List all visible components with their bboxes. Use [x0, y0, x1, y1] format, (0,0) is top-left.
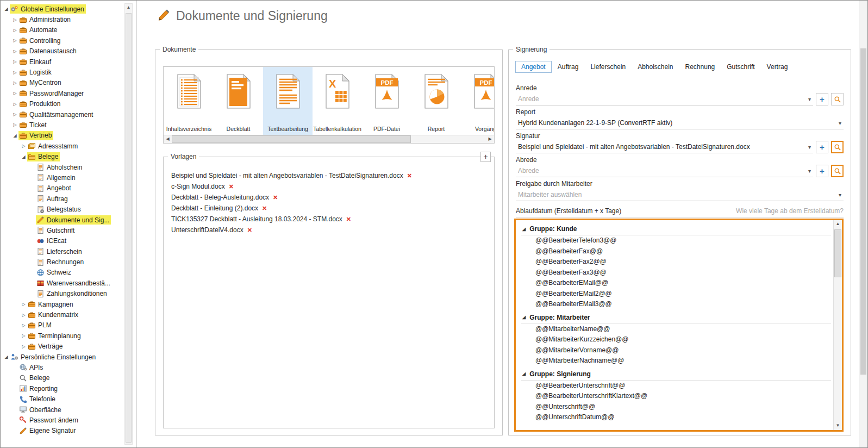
delete-file-icon[interactable]: ✕: [229, 183, 234, 190]
template-file-row[interactable]: c-Sign Modul.docx✕: [171, 181, 489, 192]
variable-item[interactable]: @@BearbeiterFax2@@: [521, 257, 831, 267]
expand-arrow-icon[interactable]: ▷: [20, 344, 27, 349]
expand-arrow-icon[interactable]: ▷: [11, 80, 18, 85]
expand-arrow-icon[interactable]: ▷: [11, 91, 18, 96]
tree-item-plm[interactable]: ▷PLM: [1, 320, 122, 331]
variable-item[interactable]: @@BearbeiterEMail3@@: [521, 299, 831, 310]
abrede-search-button[interactable]: [831, 165, 844, 177]
tree-item-zahlungskonditionen[interactable]: Zahlungskonditionen: [1, 289, 122, 299]
anrede-combobox[interactable]: Anrede▾: [516, 93, 813, 105]
tree-item-passwordmanager[interactable]: ▷PasswordManager: [1, 88, 122, 98]
tree-item-dokumente-und-sig[interactable]: Dokumente und Sig...: [1, 215, 122, 225]
delete-file-icon[interactable]: ✕: [262, 205, 267, 212]
tree-item-persoenliche-einstellungen[interactable]: ◢Persönliche Einstellungen: [1, 352, 122, 362]
scrollbar-thumb[interactable]: [172, 135, 411, 143]
expand-arrow-icon[interactable]: ▷: [11, 112, 18, 117]
scroll-right-icon[interactable]: ▶: [486, 135, 494, 143]
tree-item-globale-einstellungen[interactable]: ◢Globale Einstellungen: [1, 4, 122, 14]
tab-vertrag[interactable]: Vertrag: [761, 61, 794, 73]
tree-item-warenversandbestae[interactable]: Warenversandbestä...: [1, 278, 122, 288]
variable-item[interactable]: @@BearbeiterUnterschriftKlartext@@: [521, 391, 831, 402]
expand-arrow-icon[interactable]: ▷: [11, 70, 18, 75]
variable-item[interactable]: @@MitarbeiterNachname@@: [521, 356, 831, 366]
variable-item[interactable]: @@MitarbeiterName@@: [521, 324, 831, 335]
freigabe-durch-mitarbeiter-combobox[interactable]: Mitarbeiter auswählen▾: [516, 189, 844, 201]
tab-lieferschein[interactable]: Lieferschein: [584, 61, 632, 73]
delete-file-icon[interactable]: ✕: [346, 216, 351, 223]
tree-item-automate[interactable]: ▷Automate: [1, 25, 122, 35]
add-template-button[interactable]: +: [480, 152, 491, 162]
signatur-combobox[interactable]: Beispiel und Spieldatei - mit alten Ange…: [516, 141, 813, 153]
variables-scrollbar[interactable]: ▲ ▼: [833, 220, 842, 430]
tree-item-vertrieb[interactable]: ◢Vertrieb: [1, 130, 122, 141]
doc-type-pdf-datei[interactable]: PDFPDF-Datei: [362, 67, 411, 135]
expand-arrow-icon[interactable]: ▷: [20, 333, 27, 338]
tree-item-icecat[interactable]: ICEcat: [1, 236, 122, 246]
abrede-add-button[interactable]: +: [816, 165, 828, 177]
tree-item-lieferschein[interactable]: Lieferschein: [1, 246, 122, 257]
tree-item-rechnungen[interactable]: Rechnungen: [1, 257, 122, 267]
ablaufdatum-erstelldatum-x-tage-input[interactable]: Wie viele Tage ab dem Erstelldatum?: [736, 207, 844, 215]
collapse-arrow-icon[interactable]: ◢: [11, 133, 18, 138]
abrede-combobox[interactable]: Abrede▾: [516, 165, 813, 177]
template-file-row[interactable]: TICK135327 Deckblatt - Ausleitung 18.03.…: [171, 214, 489, 225]
delete-file-icon[interactable]: ✕: [407, 172, 412, 179]
tree-item-gutschrift[interactable]: Gutschrift: [1, 225, 122, 235]
variable-group-header[interactable]: ◢Gruppe: Signierung: [521, 366, 831, 381]
scroll-left-icon[interactable]: ◀: [164, 135, 172, 143]
tree-item-logistik[interactable]: ▷Logistik: [1, 67, 122, 77]
tree-item-auftrag[interactable]: Auftrag: [1, 194, 122, 204]
window-scrollbar[interactable]: [859, 1, 867, 447]
tree-item-controlling[interactable]: ▷Controlling: [1, 35, 122, 46]
tree-item-kundenmatrix[interactable]: ▷Kundenmatrix: [1, 309, 122, 320]
tree-item-belege[interactable]: ◢Belege: [1, 151, 122, 161]
tab-angebot[interactable]: Angebot: [515, 61, 552, 73]
sidebar-scrollbar[interactable]: ▲: [124, 3, 133, 445]
tree-item-schweiz[interactable]: Schweiz: [1, 267, 122, 278]
report-combobox[interactable]: Hybrid Kundenanlagen 22-1-9-SP (ConvertR…: [516, 117, 844, 129]
collapse-arrow-icon[interactable]: ◢: [522, 315, 526, 320]
anrede-add-button[interactable]: +: [816, 93, 828, 105]
tree-item-eigene-signatur[interactable]: Eigene Signatur: [1, 426, 122, 436]
template-file-row[interactable]: Deckblatt - Beleg-Ausleitung.docx✕: [171, 192, 489, 203]
tree-item-belege[interactable]: Belege: [1, 373, 122, 383]
expand-arrow-icon[interactable]: ▷: [20, 144, 27, 148]
collapse-arrow-icon[interactable]: ◢: [20, 154, 27, 159]
variable-item[interactable]: @@UnterschriftDatum@@: [521, 412, 831, 423]
tree-item-terminplanung[interactable]: ▷Terminplanung: [1, 331, 122, 341]
expand-arrow-icon[interactable]: ▷: [20, 323, 27, 328]
tree-item-oberflaeche[interactable]: Oberfläche: [1, 405, 122, 415]
tree-item-reporting[interactable]: Reporting: [1, 383, 122, 394]
expand-arrow-icon[interactable]: ▷: [20, 313, 27, 318]
expand-arrow-icon[interactable]: ▷: [11, 122, 18, 127]
variable-item[interactable]: @@BearbeiterUnterschrift@@: [521, 381, 831, 391]
doc-type-deckblatt[interactable]: Deckblatt: [214, 67, 263, 135]
tree-item-allgemein[interactable]: Allgemein: [1, 172, 122, 183]
tree-item-apis[interactable]: APIs: [1, 362, 122, 372]
scrollbar-thumb[interactable]: [126, 13, 132, 443]
variable-item[interactable]: @@BearbeiterFax3@@: [521, 267, 831, 278]
tree-item-einkauf[interactable]: ▷Einkauf: [1, 57, 122, 67]
doc-type-vorgaeng[interactable]: PDFVorgäng: [461, 67, 494, 135]
template-file-row[interactable]: Beispiel und Spieldatei - mit alten Ange…: [171, 170, 489, 181]
doc-type-report[interactable]: Report: [411, 67, 461, 135]
template-file-row[interactable]: Deckblatt - Einleitung (2).docx✕: [171, 203, 489, 214]
tree-item-vertraege[interactable]: ▷Verträge: [1, 341, 122, 352]
scrollbar-thumb[interactable]: [834, 229, 841, 277]
tab-auftrag[interactable]: Auftrag: [552, 61, 585, 73]
expand-arrow-icon[interactable]: ▷: [11, 38, 18, 43]
tree-item-mycentron[interactable]: ▷MyCentron: [1, 78, 122, 88]
tree-item-angebot[interactable]: Angebot: [1, 183, 122, 194]
doc-type-textbearbeitung[interactable]: Textbearbeitung: [263, 67, 313, 135]
variable-group-header[interactable]: ◢Gruppe: Mitarbeiter: [521, 310, 831, 324]
variable-item[interactable]: @@BearbeiterEMail2@@: [521, 289, 831, 300]
doc-type-tabellenkalkulation[interactable]: XTabellenkalkulation: [313, 67, 362, 135]
tree-item-telefonie[interactable]: Telefonie: [1, 394, 122, 404]
doc-type-inhaltsverzeichnis[interactable]: Inhaltsverzeichnis: [164, 67, 214, 135]
template-file-row[interactable]: UnterschriftDateiV4.docx✕: [171, 225, 489, 235]
variable-item[interactable]: @@MitarbeiterKurzzeichen@@: [521, 334, 831, 345]
scroll-up-icon[interactable]: ▲: [834, 220, 842, 228]
variable-item[interactable]: @@Unterschrift@@: [521, 402, 831, 413]
expand-arrow-icon[interactable]: ▷: [11, 102, 18, 107]
expand-arrow-icon[interactable]: ▷: [11, 49, 18, 54]
